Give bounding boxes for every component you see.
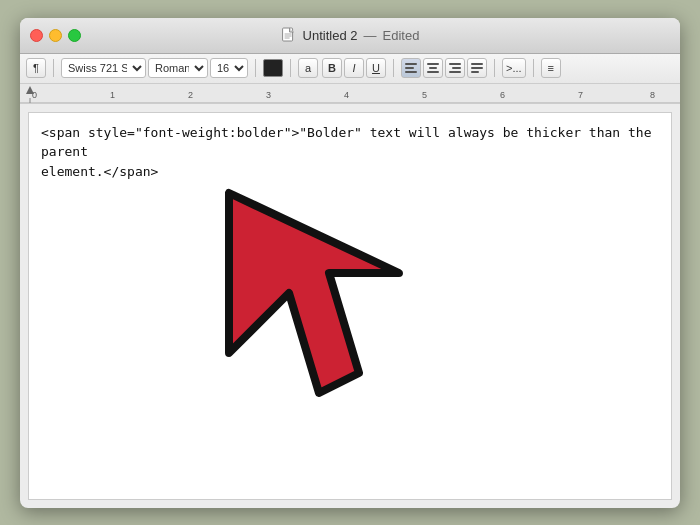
app-window: Untitled 2 — Edited ¶ Swiss 721 SWA Roma…: [20, 18, 680, 508]
align-center-button[interactable]: [423, 58, 443, 78]
window-title: Untitled 2: [303, 28, 358, 43]
title-separator: —: [364, 28, 377, 43]
svg-text:7: 7: [578, 90, 583, 100]
more-button[interactable]: >...: [502, 58, 526, 78]
font-name-select[interactable]: Swiss 721 SWA: [61, 58, 146, 78]
cursor-arrow: [209, 173, 469, 453]
italic-button[interactable]: I: [344, 58, 364, 78]
svg-text:8: 8: [650, 90, 655, 100]
char-button[interactable]: a: [298, 58, 318, 78]
svg-marker-16: [229, 193, 399, 393]
title-bar: Untitled 2 — Edited: [20, 18, 680, 54]
ruler: 0 1 2 3 4 5 6 7 8: [20, 84, 680, 104]
title-bar-center: Untitled 2 — Edited: [281, 27, 420, 43]
paragraph-group: ¶: [26, 58, 46, 78]
align-group: [401, 58, 487, 78]
window-status: Edited: [383, 28, 420, 43]
color-picker-button[interactable]: [263, 59, 283, 77]
toolbar: ¶ Swiss 721 SWA Roman 16 a B I U: [20, 54, 680, 84]
document-area[interactable]: <span style="font-weight:bolder">"Bolder…: [28, 112, 672, 500]
content-line-2: element.</span>: [41, 162, 659, 182]
divider-6: [533, 59, 534, 77]
minimize-button[interactable]: [49, 29, 62, 42]
font-group: Swiss 721 SWA Roman 16: [61, 58, 248, 78]
bold-button[interactable]: B: [322, 58, 342, 78]
list-button[interactable]: ≡: [541, 58, 561, 78]
style-group: B I U: [322, 58, 386, 78]
svg-text:1: 1: [110, 90, 115, 100]
svg-text:5: 5: [422, 90, 427, 100]
svg-text:3: 3: [266, 90, 271, 100]
font-style-select[interactable]: Roman: [148, 58, 208, 78]
align-justify-button[interactable]: [467, 58, 487, 78]
divider-4: [393, 59, 394, 77]
svg-text:2: 2: [188, 90, 193, 100]
divider-2: [255, 59, 256, 77]
font-size-select[interactable]: 16: [210, 58, 248, 78]
document-content: <span style="font-weight:bolder">"Bolder…: [29, 113, 671, 192]
ruler-svg: 0 1 2 3 4 5 6 7 8: [20, 84, 680, 104]
close-button[interactable]: [30, 29, 43, 42]
document-icon: [281, 27, 297, 43]
align-left-button[interactable]: [401, 58, 421, 78]
paragraph-marker-button[interactable]: ¶: [26, 58, 46, 78]
divider-5: [494, 59, 495, 77]
svg-text:0: 0: [32, 90, 37, 100]
maximize-button[interactable]: [68, 29, 81, 42]
underline-button[interactable]: U: [366, 58, 386, 78]
divider-1: [53, 59, 54, 77]
align-right-button[interactable]: [445, 58, 465, 78]
svg-text:4: 4: [344, 90, 349, 100]
divider-3: [290, 59, 291, 77]
svg-text:6: 6: [500, 90, 505, 100]
content-line-1: <span style="font-weight:bolder">"Bolder…: [41, 123, 659, 162]
traffic-lights: [20, 29, 81, 42]
